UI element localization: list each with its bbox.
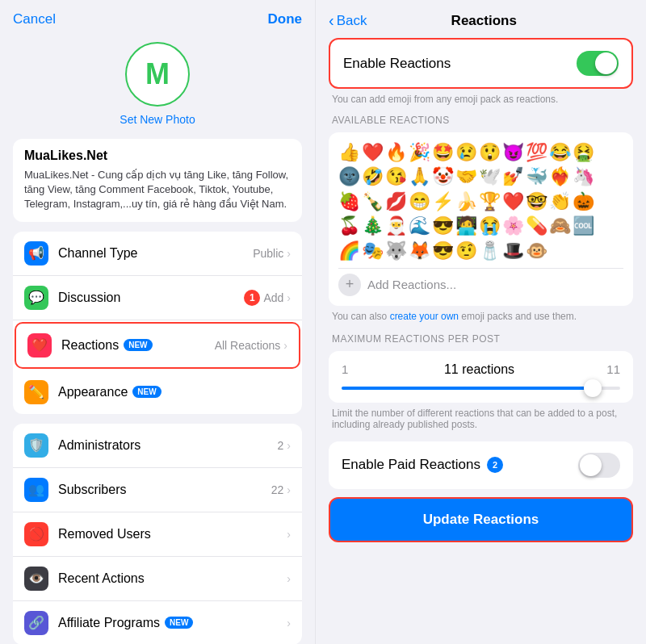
emoji[interactable]: 💅: [502, 166, 524, 187]
cancel-button[interactable]: Cancel: [13, 11, 56, 27]
emoji[interactable]: ❤️: [502, 191, 524, 212]
emoji[interactable]: 😎: [432, 215, 454, 236]
removed-users-right: ›: [287, 528, 291, 541]
emoji[interactable]: 👏: [549, 191, 571, 212]
channel-type-value: Public: [253, 247, 283, 260]
menu-item-discussion[interactable]: 💬 Discussion 1 Add ›: [13, 276, 302, 320]
emoji[interactable]: 👍: [338, 142, 360, 163]
menu-item-subscribers[interactable]: 👥 Subscribers 22 ›: [13, 468, 302, 512]
emoji[interactable]: 😂: [549, 142, 571, 163]
emoji-row-3: 🍓 🍾 💋 😁 ⚡ 🍌 🏆 ❤️ 🤓 👏 🎃: [338, 191, 623, 212]
emoji[interactable]: 😁: [409, 191, 430, 212]
appearance-icon: ✏️: [24, 380, 48, 404]
emoji[interactable]: 🙈: [549, 215, 571, 236]
emoji[interactable]: 🐳: [526, 166, 547, 187]
back-button[interactable]: ‹ Back: [329, 11, 367, 30]
channel-info-card: MuaLikes.Net MuaLikes.Net - Cung cấp dịc…: [13, 139, 302, 222]
emoji[interactable]: 🙏: [409, 166, 430, 187]
emoji[interactable]: 😈: [502, 142, 524, 163]
paid-reactions-toggle[interactable]: [578, 453, 620, 478]
paid-label-row: Enable Paid Reactions 2: [342, 457, 503, 473]
emoji-grid-card: 👍 ❤️ 🔥 🎉 🤩 😢 😲 😈 💯 😂 🤮 🌚 🤣 😘 🙏 🤡 🤝: [329, 132, 633, 306]
reactions-label: Reactions NEW: [61, 338, 215, 353]
emoji[interactable]: 🤣: [362, 166, 384, 187]
emoji[interactable]: 💋: [385, 191, 407, 212]
administrators-icon: 🛡️: [24, 433, 48, 458]
emoji[interactable]: ⚡: [432, 191, 454, 212]
emoji[interactable]: 🍓: [338, 191, 360, 212]
emoji[interactable]: 😢: [455, 142, 477, 163]
emoji[interactable]: 🤡: [432, 166, 454, 187]
emoji[interactable]: 🎩: [502, 240, 524, 261]
emoji[interactable]: 🐺: [385, 240, 407, 261]
channel-type-icon: 📢: [24, 241, 48, 266]
emoji[interactable]: ❤️: [362, 142, 384, 163]
emoji[interactable]: 🤨: [455, 240, 477, 261]
emoji[interactable]: 🌈: [338, 240, 360, 261]
subscribers-right: 22 ›: [271, 483, 291, 496]
menu-item-removed-users[interactable]: 🚫 Removed Users ›: [13, 512, 302, 557]
chevron-right-icon: ›: [287, 617, 291, 629]
avatar[interactable]: M: [125, 42, 190, 107]
emoji[interactable]: 🤓: [526, 191, 547, 212]
menu-item-affiliate[interactable]: 🔗 Affiliate Programs NEW ›: [13, 601, 302, 644]
emoji[interactable]: 🦄: [573, 166, 594, 187]
emoji[interactable]: 😘: [385, 166, 407, 187]
back-label: Back: [337, 13, 367, 29]
emoji[interactable]: 😲: [479, 142, 501, 163]
emoji[interactable]: 🍌: [455, 191, 477, 212]
enable-reactions-toggle[interactable]: [577, 51, 619, 76]
emoji[interactable]: 💊: [526, 215, 547, 236]
emoji[interactable]: 🍒: [338, 215, 360, 236]
emoji[interactable]: 💯: [526, 142, 547, 163]
emoji[interactable]: 🍾: [362, 191, 384, 212]
emoji[interactable]: 😭: [479, 215, 501, 236]
emoji[interactable]: 🕊️: [479, 166, 501, 187]
enable-reactions-label: Enable Reactions: [343, 56, 451, 72]
slider-fill: [342, 387, 593, 390]
available-reactions-title: AVAILABLE REACTIONS: [329, 115, 633, 126]
emoji[interactable]: 🎄: [362, 215, 384, 236]
emoji[interactable]: 🎅: [385, 215, 407, 236]
subscribers-count: 22: [271, 483, 284, 496]
reactions-new-badge: NEW: [124, 339, 152, 351]
slider-track[interactable]: [342, 387, 620, 390]
menu-item-reactions[interactable]: ❤️ Reactions NEW All Reactions ›: [15, 322, 300, 369]
emoji[interactable]: 🎉: [409, 142, 430, 163]
emoji[interactable]: 🧂: [479, 240, 501, 261]
emoji[interactable]: 🦊: [409, 240, 430, 261]
emoji[interactable]: 🐵: [526, 240, 547, 261]
emoji[interactable]: 🤮: [573, 142, 594, 163]
emoji[interactable]: 🤝: [455, 166, 477, 187]
emoji[interactable]: 🎃: [573, 191, 594, 212]
menu-item-administrators[interactable]: 🛡️ Administrators 2 ›: [13, 424, 302, 468]
emoji[interactable]: 🏆: [479, 191, 501, 212]
emoji[interactable]: 🌊: [409, 215, 430, 236]
emoji[interactable]: ❤️‍🔥: [549, 166, 571, 187]
done-button[interactable]: Done: [268, 11, 303, 27]
menu-item-recent-actions[interactable]: 👁️ Recent Actions ›: [13, 557, 302, 601]
add-reactions-row[interactable]: + Add Reactions...: [338, 268, 623, 296]
update-reactions-button[interactable]: Update Reactions: [329, 497, 633, 542]
emoji[interactable]: 🌸: [502, 215, 524, 236]
set-photo-button[interactable]: Set New Photo: [120, 113, 195, 126]
emoji[interactable]: 🔥: [385, 142, 407, 163]
menu-item-appearance[interactable]: ✏️ Appearance NEW: [13, 370, 302, 414]
emoji[interactable]: 😎: [432, 240, 454, 261]
emoji[interactable]: 🧑‍💻: [455, 215, 477, 236]
discussion-right: 1 Add ›: [244, 290, 291, 306]
emoji[interactable]: 🤩: [432, 142, 454, 163]
menu-item-channel-type[interactable]: 📢 Channel Type Public ›: [13, 232, 302, 276]
slider-thumb[interactable]: [584, 379, 602, 397]
emoji[interactable]: 🆒: [573, 215, 594, 236]
paid-reactions-label: Enable Paid Reactions: [342, 457, 480, 473]
right-panel: ‹ Back Reactions Enable Reactions You ca…: [315, 0, 646, 644]
slider-card: 1 11 reactions 11: [329, 351, 633, 403]
emoji[interactable]: 🎭: [362, 240, 384, 261]
hint-post: emoji packs and use them.: [459, 311, 577, 322]
emoji[interactable]: 🌚: [338, 166, 360, 187]
create-own-link[interactable]: create your own: [390, 311, 459, 322]
channel-description: MuaLikes.Net - Cung cấp dịch vụ tăng Lik…: [24, 168, 291, 212]
removed-users-label: Removed Users: [58, 527, 287, 542]
subscribers-icon: 👥: [24, 478, 48, 502]
